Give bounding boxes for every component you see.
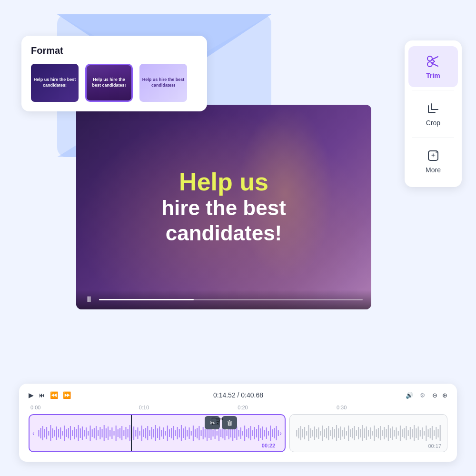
svg-rect-143	[314, 426, 315, 440]
svg-rect-184	[396, 427, 397, 439]
format-option-1[interactable]: Help us hire the best candidates!	[31, 64, 79, 102]
svg-rect-71	[155, 425, 156, 441]
svg-rect-201	[430, 428, 431, 438]
svg-rect-180	[388, 425, 389, 441]
svg-rect-157	[342, 430, 343, 436]
waveform-track-1[interactable]: ‹ › 00:22	[29, 414, 286, 452]
fast-forward-button[interactable]: ⏩	[63, 391, 71, 399]
svg-rect-129	[270, 426, 271, 441]
format-option-3[interactable]: Help us hire the best candidates!	[139, 64, 187, 102]
ruler-mark-30: 0:30	[337, 405, 347, 410]
svg-rect-127	[266, 427, 267, 439]
svg-rect-124	[260, 428, 261, 438]
svg-rect-66	[145, 428, 146, 438]
svg-rect-149	[326, 428, 327, 438]
svg-rect-94	[201, 430, 202, 436]
svg-rect-151	[330, 430, 331, 436]
svg-rect-162	[352, 428, 353, 438]
svg-rect-181	[390, 428, 391, 438]
video-text-line2: hire the best	[161, 196, 286, 221]
svg-rect-158	[344, 427, 345, 439]
svg-rect-167	[362, 425, 363, 441]
svg-rect-203	[434, 430, 435, 436]
svg-rect-191	[410, 427, 411, 439]
svg-rect-92	[197, 428, 198, 438]
svg-rect-182	[392, 426, 393, 440]
svg-rect-185	[398, 431, 399, 436]
svg-rect-20	[54, 430, 55, 436]
format-options: Help us hire the best candidates! Help u…	[31, 64, 198, 102]
svg-rect-68	[149, 430, 150, 436]
svg-point-11	[436, 151, 437, 153]
ruler-mark-10: 0:10	[139, 405, 149, 410]
trim-label: Trim	[426, 72, 440, 79]
svg-rect-126	[264, 430, 265, 436]
zoom-in-button[interactable]: ⊕	[442, 392, 447, 399]
right-toolbar: Trim Crop More	[405, 40, 462, 187]
svg-rect-67	[147, 426, 148, 440]
svg-rect-16	[46, 427, 47, 439]
toolbar-item-more[interactable]: More	[408, 140, 458, 181]
svg-rect-113	[238, 430, 239, 436]
svg-rect-136	[300, 426, 301, 440]
svg-rect-164	[356, 430, 357, 436]
waveform-track-2[interactable]: 00:17	[289, 414, 447, 452]
svg-line-7	[432, 63, 438, 66]
svg-rect-40	[94, 428, 95, 438]
svg-rect-187	[402, 429, 403, 437]
zoom-out-button[interactable]: ⊖	[432, 392, 437, 399]
svg-rect-114	[240, 427, 241, 439]
timeline-section: ▶ ⏮ ⏪ ⏩ 0:14.52 / 0:40.68 🔊 ⚙ ⊖ ⊕ 0:00 0…	[19, 384, 457, 462]
svg-rect-26	[66, 429, 67, 437]
svg-rect-58	[129, 425, 130, 441]
equalizer-icon: ⚙	[420, 392, 426, 399]
svg-rect-117	[246, 429, 247, 437]
svg-rect-130	[272, 429, 273, 437]
format-option-2[interactable]: Help us hire the best candidates!	[85, 64, 133, 102]
svg-rect-197	[422, 427, 423, 439]
transport-controls: ▶ ⏮ ⏪ ⏩	[29, 391, 71, 399]
svg-rect-155	[338, 428, 339, 438]
play-pause-button[interactable]: ⏸	[85, 295, 93, 305]
video-text-line3: candidates!	[161, 221, 286, 246]
rewind-button[interactable]: ⏪	[50, 391, 58, 399]
crop-label: Crop	[426, 119, 440, 127]
svg-rect-85	[183, 428, 184, 438]
svg-rect-125	[262, 426, 263, 440]
svg-rect-178	[384, 427, 385, 439]
delete-button[interactable]: 🗑	[222, 416, 237, 429]
sparkle-icon	[426, 148, 441, 163]
svg-rect-134	[296, 430, 297, 436]
svg-rect-48	[109, 430, 110, 436]
svg-rect-81	[175, 430, 176, 436]
toolbar-item-crop[interactable]: Crop	[408, 93, 458, 134]
svg-point-5	[427, 56, 432, 61]
format-title: Format	[31, 45, 198, 56]
cut-button[interactable]: ✂	[205, 416, 220, 429]
svg-rect-22	[58, 429, 59, 437]
svg-rect-43	[99, 427, 100, 439]
svg-rect-176	[380, 426, 381, 440]
play-button[interactable]: ▶	[29, 391, 34, 399]
svg-rect-174	[376, 429, 377, 437]
svg-rect-132	[276, 426, 277, 440]
svg-rect-172	[372, 431, 373, 436]
video-player: Help us hire the best candidates! ⏸	[76, 105, 371, 309]
svg-rect-82	[177, 427, 178, 439]
track-1-duration: 00:22	[262, 443, 275, 448]
svg-rect-152	[332, 427, 333, 439]
toolbar-item-trim[interactable]: Trim	[408, 46, 458, 87]
svg-rect-96	[205, 429, 206, 437]
progress-bar[interactable]	[99, 299, 363, 300]
svg-rect-27	[68, 428, 69, 438]
svg-rect-141	[310, 428, 311, 438]
svg-rect-32	[78, 425, 79, 441]
volume-icon: 🔊	[406, 392, 413, 399]
svg-rect-45	[104, 425, 105, 441]
svg-rect-24	[62, 431, 63, 436]
svg-rect-42	[98, 430, 99, 436]
crop-icon	[426, 101, 441, 116]
svg-rect-39	[92, 429, 93, 437]
skip-start-button[interactable]: ⏮	[39, 391, 45, 399]
svg-rect-165	[358, 427, 359, 439]
